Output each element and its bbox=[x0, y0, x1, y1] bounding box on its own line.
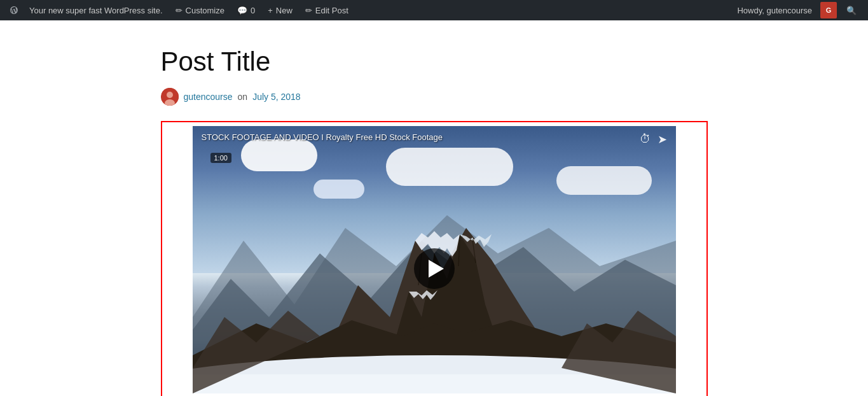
adminbar-comments[interactable]: 💬 0 bbox=[231, 0, 261, 20]
video-bottom-spacer bbox=[193, 374, 676, 393]
customize-pencil-icon: ✏ bbox=[176, 6, 183, 15]
video-second-row: 1:00 bbox=[193, 153, 676, 163]
video-thumbnail[interactable]: STOCK FOOTAGE AND VIDEO I Royalty Free H… bbox=[193, 126, 676, 393]
adminbar-site-name[interactable]: Your new super fast WordPress site. bbox=[23, 0, 169, 20]
on-text: on bbox=[238, 92, 248, 102]
video-block-wrapper: STOCK FOOTAGE AND VIDEO I Royalty Free H… bbox=[161, 121, 708, 396]
adminbar-new[interactable]: + New bbox=[261, 0, 299, 20]
adminbar-edit-post[interactable]: ✏ Edit Post bbox=[299, 0, 355, 20]
content-area: Post Title gutencourse on July 5, 2018 bbox=[148, 20, 720, 396]
author-avatar bbox=[161, 88, 179, 106]
video-overlay: STOCK FOOTAGE AND VIDEO I Royalty Free H… bbox=[193, 126, 676, 393]
video-duration-badge: 1:00 bbox=[210, 153, 231, 163]
new-label: New bbox=[276, 6, 293, 15]
edit-post-pencil-icon: ✏ bbox=[305, 6, 312, 15]
customize-label: Customize bbox=[186, 6, 224, 15]
howdy-label: Howdy, gutencourse bbox=[732, 6, 817, 15]
video-container: STOCK FOOTAGE AND VIDEO I Royalty Free H… bbox=[193, 126, 676, 393]
video-center bbox=[193, 163, 676, 374]
post-date-link[interactable]: July 5, 2018 bbox=[252, 92, 301, 102]
video-clock-icon[interactable]: ⏱ bbox=[640, 132, 651, 146]
post-meta: gutencourse on July 5, 2018 bbox=[161, 88, 708, 106]
video-title-text: STOCK FOOTAGE AND VIDEO I Royalty Free H… bbox=[202, 132, 640, 142]
author-name-link[interactable]: gutencourse bbox=[184, 92, 233, 102]
comments-count: 0 bbox=[251, 6, 255, 15]
video-share-icon[interactable]: ➤ bbox=[658, 132, 667, 146]
video-top-icons: ⏱ ➤ bbox=[640, 132, 667, 146]
adminbar-customize[interactable]: ✏ Customize bbox=[169, 0, 231, 20]
new-plus-icon: + bbox=[268, 6, 273, 15]
site-name-label: Your new super fast WordPress site. bbox=[29, 6, 163, 15]
play-button[interactable] bbox=[414, 248, 455, 289]
admin-avatar[interactable]: G bbox=[820, 2, 837, 18]
comments-icon: 💬 bbox=[237, 6, 247, 15]
post-title: Post Title bbox=[161, 46, 708, 78]
adminbar-search-icon[interactable]: 🔍 bbox=[840, 6, 863, 15]
admin-bar: Your new super fast WordPress site. ✏ Cu… bbox=[0, 0, 868, 20]
video-top-bar: STOCK FOOTAGE AND VIDEO I Royalty Free H… bbox=[193, 126, 676, 153]
wp-logo[interactable] bbox=[5, 1, 23, 19]
edit-post-label: Edit Post bbox=[315, 6, 348, 15]
svg-point-1 bbox=[167, 92, 173, 98]
